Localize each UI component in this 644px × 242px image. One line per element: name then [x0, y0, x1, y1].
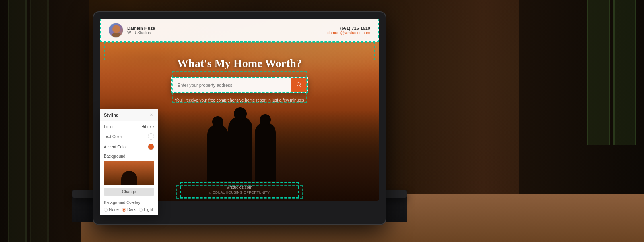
silhouette-center — [228, 116, 252, 181]
overlay-none[interactable]: None — [104, 207, 119, 212]
background-label: Background — [104, 154, 154, 159]
panel-title: Styling — [104, 113, 119, 117]
search-section: You'll receive your free comprehensive h… — [171, 77, 308, 102]
search-icon — [297, 82, 301, 87]
site-footer: wrstudios.com ⌂ EQUAL HOUSING OPPORTUNIT… — [180, 182, 299, 198]
header-phone: (561) 716-1510 — [327, 26, 370, 31]
radio-dark-dot — [122, 208, 126, 212]
agent-company: W+R Studios — [127, 31, 155, 35]
accent-color-swatch[interactable] — [148, 144, 154, 150]
svg-point-4 — [297, 83, 300, 86]
preview-silhouette — [121, 171, 137, 185]
header-agent-info: Damien Huze W+R Studios — [109, 23, 155, 38]
overlay-light[interactable]: Light — [139, 207, 153, 212]
overlay-dark-label: Dark — [127, 207, 136, 212]
overlay-label: Background Overlay — [104, 200, 154, 205]
hero-title: What's My Home Worth? — [100, 57, 379, 70]
svg-line-5 — [300, 86, 301, 87]
background-preview — [104, 161, 154, 185]
silhouette-left — [207, 124, 228, 181]
panel-close-button[interactable]: × — [149, 112, 154, 118]
overlay-light-label: Light — [144, 207, 153, 212]
agent-name: Damien Huze — [127, 26, 155, 31]
chevron-down-icon: ▾ — [153, 125, 154, 129]
footer-url: wrstudios.com — [184, 185, 295, 190]
footer-logo: ⌂ EQUAL HOUSING OPPORTUNITY — [184, 190, 295, 194]
overlay-section: Background Overlay None Dark Light — [104, 200, 154, 212]
font-label: Font: — [104, 125, 113, 129]
agent-avatar — [109, 23, 123, 38]
text-color-row: Text Color — [104, 133, 154, 140]
equal-housing-icon: ⌂ — [209, 190, 211, 194]
header-contact: (561) 716-1510 damien@wrstudios.com — [327, 26, 370, 35]
accent-color-row: Accent Color — [104, 144, 154, 150]
agent-details: Damien Huze W+R Studios — [127, 26, 155, 35]
overlay-none-label: None — [109, 207, 119, 212]
panel-body: Font: Bitter ▾ Text Color Accent Color B… — [100, 121, 158, 215]
radio-none-dot — [104, 208, 108, 212]
silhouettes — [199, 108, 280, 181]
overlay-radio-group: None Dark Light — [104, 207, 154, 212]
text-color-label: Text Color — [104, 134, 122, 139]
text-color-swatch[interactable] — [148, 133, 154, 140]
overlay-dark[interactable]: Dark — [122, 207, 136, 212]
radio-light-dot — [139, 208, 143, 212]
hero-heading-section: What's My Home Worth? — [100, 57, 379, 70]
header-email: damien@wrstudios.com — [327, 31, 370, 35]
font-selector[interactable]: Bitter ▾ — [142, 125, 154, 129]
accent-color-label: Accent Color — [104, 145, 127, 149]
change-background-button[interactable]: Change — [104, 188, 154, 196]
silhouette-right — [255, 122, 276, 181]
font-value: Bitter — [142, 125, 151, 129]
styling-panel: Styling × Font: Bitter ▾ Text Color Acce… — [100, 109, 158, 215]
background-section: Background Change — [104, 154, 154, 200]
panel-header: Styling × — [100, 109, 158, 121]
address-search-input[interactable] — [172, 78, 291, 92]
site-header: Damien Huze W+R Studios (561) 716-1510 d… — [100, 19, 379, 42]
svg-point-2 — [114, 26, 119, 32]
font-row: Font: Bitter ▾ — [104, 125, 154, 129]
search-button[interactable] — [291, 78, 307, 92]
search-subtitle: You'll receive your free comprehensive h… — [171, 98, 308, 102]
search-bar — [171, 77, 308, 93]
